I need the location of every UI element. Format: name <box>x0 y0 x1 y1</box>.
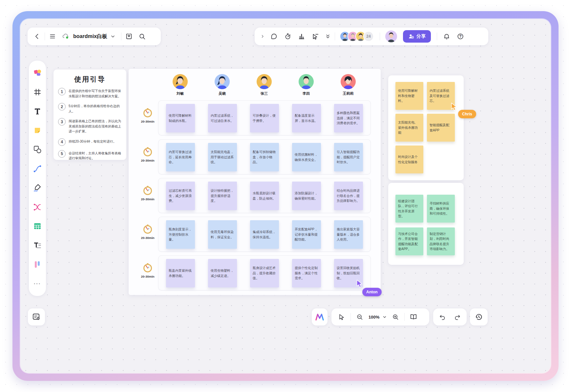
back-button[interactable] <box>32 31 43 42</box>
sticky-note[interactable]: 瓶身设计成艺术品，提升收藏价值。 <box>250 259 279 287</box>
divider <box>437 32 437 40</box>
pen-tool-button[interactable] <box>32 182 43 193</box>
divider <box>335 32 335 40</box>
guide-step: 3阅读新表格上已有的想法，并以此为灵感添加新的想法或在现有的基础上进一步扩展。 <box>58 118 122 134</box>
help-button[interactable]: ? <box>455 31 466 42</box>
sticky-note-tool-button[interactable] <box>32 125 43 136</box>
summary-panel-ideas[interactable]: 使用可降解材料和生物塑料。 内置过滤系统及可替换过滤芯。 太阳能充电、紫外线杀菌… <box>388 75 464 180</box>
sticky-note[interactable]: 水瓶底部设计吸盘，防止倾倒。 <box>250 182 279 210</box>
summary-note[interactable]: 与技术公司合作，开发智能提醒功能及配套APP。 <box>395 227 423 255</box>
divider <box>45 32 45 40</box>
zoom-out-button[interactable] <box>354 311 365 323</box>
frame-tool-button[interactable] <box>32 87 43 98</box>
notifications-button[interactable] <box>441 31 452 42</box>
sticky-note[interactable]: 太阳能充电盖，用于驱动过滤系统。 <box>208 143 237 171</box>
sticky-note[interactable]: 多种颜色和图案选择，满足不同消费者的需求。 <box>334 104 363 132</box>
sticky-note[interactable]: 添加防漏设计，确保密封性能。 <box>292 182 321 210</box>
title-dropdown[interactable] <box>109 31 116 42</box>
laser-pointer-button[interactable] <box>310 31 321 42</box>
participant-name: 吴晓 <box>219 91 226 96</box>
sticky-note[interactable]: 瓶身刻度显示，方便控制饮水量。 <box>166 220 195 249</box>
divider <box>380 32 380 40</box>
summary-note[interactable]: 寻找材料供应商，确保环保和可持续性。 <box>427 195 455 223</box>
question-glyph: ? <box>459 34 461 39</box>
document-tool-button[interactable] <box>32 240 43 251</box>
summary-note[interactable]: 太阳能充电、紫外线杀菌功能 <box>395 114 423 142</box>
summary-note[interactable]: 智能提醒及配套APP <box>427 114 455 142</box>
participant-name: 刘敏 <box>177 91 184 96</box>
chevron-left-icon <box>34 33 40 40</box>
guide-step: 25分钟后，将你的表格传给你右边的人。 <box>58 103 122 114</box>
sticky-note[interactable]: 使用生物塑料，减少碳足迹。 <box>208 259 237 287</box>
table-tool-button[interactable] <box>32 221 43 232</box>
summary-panel-actions[interactable]: 组建设计团队，评估可行性并开发原型。 寻找材料供应商，确保环保和可持续性。 与技… <box>388 183 464 265</box>
undo-button[interactable] <box>437 311 448 323</box>
sticky-note[interactable]: 结合时尚品牌进行联名合作，提升品牌影响力。 <box>334 182 363 210</box>
notes-panel-button[interactable] <box>28 308 45 325</box>
brainwriting-board[interactable]: 刘敏 吴晓 张三 李四 <box>129 69 381 295</box>
connector-tool-button[interactable] <box>32 163 43 174</box>
participant-name: 张三 <box>261 91 268 96</box>
timer-label: 20-30min <box>137 197 158 201</box>
media-tool-button[interactable] <box>32 259 43 270</box>
comment-button[interactable] <box>268 31 280 42</box>
mindmap-tool-button[interactable] <box>32 202 43 213</box>
whiteboard-canvas[interactable]: boardmix白板 <box>20 19 551 373</box>
import-button[interactable] <box>123 31 135 42</box>
minimap-button[interactable] <box>408 311 419 323</box>
idea-row: 瓶身刻度显示，方便控制饮水量。 使用无毒环保染料，保证安全。 集成冷却系统，保持… <box>158 217 371 252</box>
search-button[interactable] <box>137 31 148 42</box>
zoom-in-icon <box>392 314 399 320</box>
sticky-note[interactable]: 内置过滤系统，可过滤自来水。 <box>208 104 237 132</box>
templates-button[interactable] <box>32 67 43 78</box>
usage-guide-panel[interactable]: 使用引导 1在提供的方框中写下你关于新型环保水瓶设计和功能的想法或解决方案。 2… <box>53 69 126 160</box>
redo-icon <box>454 314 461 320</box>
summary-note[interactable]: 组建设计团队，评估可行性并开发原型。 <box>395 195 423 223</box>
vote-button[interactable] <box>296 31 307 42</box>
collapse-panel-button[interactable] <box>259 31 266 42</box>
shapes-tool-button[interactable] <box>32 144 43 155</box>
main-menu-button[interactable] <box>47 31 58 42</box>
sticky-note[interactable]: 内置可替换过滤芯，延长使用寿命。 <box>166 143 195 171</box>
cursor-arrow-icon <box>450 103 457 111</box>
zoom-in-button[interactable] <box>390 311 401 323</box>
bar-chart-icon <box>298 33 305 40</box>
participants-row: 刘敏 吴晓 张三 李四 <box>158 74 371 96</box>
summary-note[interactable]: 制定营销计划，利用时尚品牌联名提升市场影响力。 <box>427 227 455 255</box>
zoom-out-icon <box>356 314 363 320</box>
select-tool-button[interactable] <box>336 311 347 323</box>
version-history-button[interactable] <box>470 308 488 325</box>
sticky-note[interactable]: 瓶盖内置紫外线杀菌功能。 <box>166 259 195 287</box>
idea-row: 使用可降解材料制成的水瓶。 内置过滤系统，可过滤自来水。 可折叠设计，便于携带。… <box>158 100 371 135</box>
text-tool-button[interactable] <box>32 106 43 117</box>
sticky-note[interactable]: 使用无毒环保染料，保证安全。 <box>208 220 237 249</box>
sticky-note[interactable]: 过滤芯材质可再生，减少资源浪费。 <box>166 182 195 210</box>
sticky-note[interactable]: 配备温度显示屏，显示水温。 <box>292 104 321 132</box>
sticky-note[interactable]: 使用抗菌材料，确保水质安全。 <box>292 143 321 171</box>
sticky-note[interactable]: 开发配套APP，记录饮水量和提醒功能。 <box>292 220 321 249</box>
sticky-note[interactable]: 可折叠设计，便于携带。 <box>250 104 279 132</box>
redo-button[interactable] <box>452 311 463 323</box>
chevron-down-icon[interactable] <box>383 315 387 319</box>
history-icon <box>475 313 483 321</box>
sticky-note[interactable]: 推出家庭版大容量版本，适合多人使用。 <box>334 220 363 249</box>
sticky-note[interactable]: 使用可降解材料制成的水瓶。 <box>166 104 195 132</box>
pen-icon <box>33 184 42 192</box>
timer-button[interactable] <box>282 31 293 42</box>
share-button[interactable]: 分享 <box>403 30 431 43</box>
summary-note[interactable]: 时尚设计及个性化定制服务 <box>395 146 423 173</box>
zoom-level[interactable]: 100% <box>369 315 379 320</box>
sticky-note[interactable]: 引入智能提醒功能，提醒用户定时饮水。 <box>334 143 363 171</box>
sticky-note[interactable]: 集成冷却系统，保持水温低。 <box>250 220 279 249</box>
board-title[interactable]: boardmix白板 <box>73 33 107 40</box>
more-tools-button[interactable]: ··· <box>32 278 43 289</box>
guide-title: 使用引导 <box>74 75 106 84</box>
current-user-avatar[interactable] <box>385 30 397 42</box>
collaborator-count[interactable]: 24 <box>363 31 374 42</box>
sticky-note[interactable]: 配备可拆卸储物盒，存放小物品。 <box>250 143 279 171</box>
summary-note[interactable]: 使用可降解材料和生物塑料。 <box>395 82 423 110</box>
sticky-note[interactable]: 提供个性化定制服务，满足个性需求。 <box>292 259 321 287</box>
more-tools-button[interactable] <box>324 31 332 42</box>
sticky-note[interactable]: 设计独特握把，提升握持舒适度。 <box>208 182 237 210</box>
collaborator-avatars[interactable]: 24 <box>340 31 374 42</box>
